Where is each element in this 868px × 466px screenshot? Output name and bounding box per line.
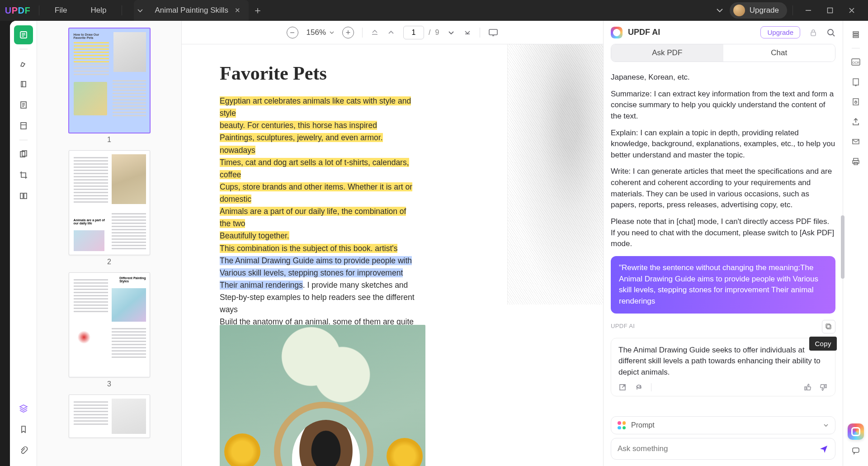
ai-fab-button[interactable] bbox=[848, 423, 864, 440]
text-line: Egyptian art celebrates animals like cat… bbox=[220, 96, 411, 118]
regenerate-icon[interactable] bbox=[635, 383, 643, 391]
ai-panel-title: UPDF AI bbox=[628, 28, 755, 37]
svg-rect-18 bbox=[853, 99, 859, 105]
window-menu-button[interactable] bbox=[710, 7, 730, 14]
chat-bubble-icon[interactable] bbox=[847, 442, 865, 460]
text-line-selected: The Animal Drawing Guide aims to provide… bbox=[220, 256, 412, 265]
tab-menu-button[interactable] bbox=[134, 0, 146, 21]
document-area: − 156% + / 9 Favorite Pets bbox=[182, 21, 603, 466]
last-page-button[interactable] bbox=[463, 29, 472, 37]
thumbnail-label: 1 bbox=[107, 136, 111, 144]
convert-icon[interactable] bbox=[847, 73, 865, 91]
ai-scrollbar[interactable] bbox=[841, 125, 844, 365]
window-minimize-button[interactable] bbox=[798, 4, 818, 17]
chat-scroll[interactable]: Japanese, Korean, etc. Summarize: I can … bbox=[604, 67, 843, 413]
zoom-out-button[interactable]: − bbox=[287, 27, 298, 38]
print-icon[interactable] bbox=[847, 152, 865, 171]
first-page-button[interactable] bbox=[371, 29, 379, 37]
organize-tool-icon[interactable] bbox=[14, 145, 33, 164]
title-bar: UPDF File Help Animal Painting Skills ✕ … bbox=[0, 0, 868, 21]
thumbnail-page-2[interactable]: Animals are a part ofour daily life bbox=[69, 150, 150, 255]
protect-icon[interactable] bbox=[847, 93, 865, 111]
svg-rect-24 bbox=[853, 448, 859, 452]
app-logo: UPDF bbox=[0, 5, 35, 16]
page-indicator: / 9 bbox=[403, 26, 439, 39]
svg-rect-22 bbox=[853, 161, 859, 163]
menu-help[interactable]: Help bbox=[79, 6, 118, 15]
thumbnail-page-3[interactable]: Different PaintingStyles bbox=[69, 272, 150, 377]
share-icon[interactable] bbox=[847, 113, 865, 131]
compare-tool-icon[interactable] bbox=[14, 186, 33, 205]
layers-icon[interactable] bbox=[14, 399, 33, 418]
add-tab-button[interactable]: ＋ bbox=[249, 0, 267, 21]
page-input[interactable] bbox=[403, 26, 424, 39]
tab-chat[interactable]: Chat bbox=[723, 44, 835, 62]
presentation-button[interactable] bbox=[488, 29, 498, 37]
ai-upgrade-button[interactable]: Upgrade bbox=[760, 26, 800, 38]
upgrade-label: Upgrade bbox=[750, 6, 779, 15]
chat-text: Summarize: I can extract key information… bbox=[611, 89, 835, 122]
document-tab[interactable]: Animal Painting Skills ✕ bbox=[146, 0, 249, 21]
ai-panel: UPDF AI Upgrade Ask PDF Chat Japanese, K… bbox=[603, 21, 843, 466]
edit-tool-icon[interactable] bbox=[14, 75, 33, 94]
svg-point-19 bbox=[854, 101, 856, 103]
text-line: Paintings, sculptures, jewelry, and even… bbox=[220, 133, 383, 154]
thumbs-up-icon[interactable] bbox=[803, 383, 811, 391]
ask-input[interactable] bbox=[618, 444, 813, 453]
thumbnail-label: 2 bbox=[107, 258, 111, 266]
open-external-icon[interactable] bbox=[618, 383, 627, 391]
avatar bbox=[733, 5, 745, 16]
text-line: Times, cat and dog art sells a lot of t-… bbox=[220, 158, 409, 179]
window-close-button[interactable] bbox=[842, 4, 862, 17]
thumbnail-label: 3 bbox=[107, 380, 111, 388]
chat-text: Explain: I can explain a topic in depth,… bbox=[611, 128, 835, 161]
left-tool-rail bbox=[10, 21, 37, 466]
zoom-level[interactable]: 156% bbox=[307, 28, 334, 37]
zoom-in-button[interactable]: + bbox=[342, 27, 354, 38]
send-button[interactable] bbox=[819, 444, 829, 454]
thumbnails-panel: How to Draw OurFavorite Pets 1 Animal bbox=[37, 21, 182, 466]
reader-tool-icon[interactable] bbox=[14, 25, 33, 44]
highlight-tool-icon[interactable] bbox=[14, 54, 33, 73]
ask-input-row bbox=[611, 438, 835, 460]
ai-sender-label: UPDF AI bbox=[611, 322, 635, 331]
page-content[interactable]: Favorite Pets Egyptian art celebrates an… bbox=[182, 44, 603, 466]
svg-text:OCR: OCR bbox=[852, 61, 859, 64]
search-icon[interactable] bbox=[826, 28, 835, 37]
menu-file[interactable]: File bbox=[43, 6, 79, 15]
thumbs-down-icon[interactable] bbox=[820, 383, 828, 391]
form-tool-icon[interactable] bbox=[14, 116, 33, 135]
text-line-selected: Their animal renderings bbox=[220, 281, 303, 290]
window-maximize-button[interactable] bbox=[820, 4, 840, 17]
crop-tool-icon[interactable] bbox=[14, 166, 33, 185]
svg-rect-8 bbox=[24, 193, 27, 199]
document-toolbar: − 156% + / 9 bbox=[182, 21, 603, 44]
copy-button[interactable]: Copy bbox=[822, 320, 835, 333]
thumbnail-page-1[interactable]: How to Draw OurFavorite Pets bbox=[69, 28, 150, 133]
updf-ai-logo-icon bbox=[611, 27, 623, 38]
attachment-icon[interactable] bbox=[14, 441, 33, 460]
svg-rect-4 bbox=[21, 123, 26, 129]
tab-ask-pdf[interactable]: Ask PDF bbox=[611, 44, 723, 62]
text-line: . I provide many sketches and bbox=[303, 281, 408, 290]
email-icon[interactable] bbox=[847, 133, 865, 151]
chat-text: Please note that in [chat] mode, I can't… bbox=[611, 216, 835, 250]
prev-page-button[interactable] bbox=[387, 29, 395, 37]
tab-title: Animal Painting Skills bbox=[155, 6, 228, 15]
tab-close-button[interactable]: ✕ bbox=[235, 6, 241, 14]
thumbnail-page-4[interactable] bbox=[69, 395, 150, 438]
svg-rect-20 bbox=[853, 139, 859, 144]
text-line: Cups, store brands and other items. Whet… bbox=[220, 182, 412, 204]
next-page-button[interactable] bbox=[447, 29, 455, 37]
bookmark-icon[interactable] bbox=[14, 420, 33, 439]
chat-text: Write: I can generate articles that meet… bbox=[611, 166, 835, 211]
page-tool-icon[interactable] bbox=[14, 95, 33, 114]
svg-rect-1 bbox=[828, 8, 833, 13]
text-line: This combination is the subject of this … bbox=[220, 244, 397, 253]
lock-icon[interactable] bbox=[806, 29, 821, 37]
view-mode-icon[interactable] bbox=[847, 25, 865, 43]
page-total: 9 bbox=[435, 29, 439, 37]
prompt-selector[interactable]: Prompt bbox=[611, 416, 835, 434]
ocr-icon[interactable]: OCR bbox=[847, 53, 865, 71]
upgrade-button[interactable]: Upgrade bbox=[730, 2, 787, 19]
